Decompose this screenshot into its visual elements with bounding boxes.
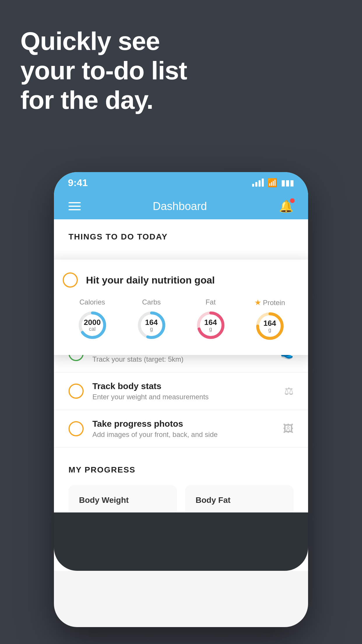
photos-subtitle: Add images of your front, back, and side	[92, 430, 274, 439]
body-stats-checkbox[interactable]	[68, 384, 84, 399]
protein-label: ★ Protein	[254, 298, 285, 307]
todo-item-photos[interactable]: Take progress photos Add images of your …	[54, 410, 308, 448]
body-stats-title: Track body stats	[92, 381, 275, 391]
wifi-icon: 📶	[267, 178, 277, 188]
notification-dot	[290, 198, 295, 203]
body-fat-title: Body Fat	[196, 496, 283, 505]
fat-donut: 164 g	[195, 309, 227, 341]
fat-label: Fat	[205, 298, 216, 306]
star-icon: ★	[254, 298, 261, 307]
status-icons: 📶 ▮▮▮	[252, 178, 294, 188]
nutrient-calories: Calories 2000 cal	[76, 298, 108, 341]
nutrition-row: Calories 2000 cal Carbs	[63, 298, 299, 342]
scale-icon: ⚖	[284, 385, 294, 397]
nutrition-card: Hit your daily nutrition goal Calories 2…	[54, 260, 308, 355]
things-today-header: THINGS TO DO TODAY	[54, 219, 308, 247]
signal-icon	[252, 178, 264, 187]
phone-mockup: 9:41 📶 ▮▮▮ Dashboard 🔔 THINGS TO DO TODA…	[54, 172, 308, 627]
photos-title: Take progress photos	[92, 419, 274, 429]
photos-text: Take progress photos Add images of your …	[92, 419, 274, 439]
nutrient-carbs: Carbs 164 g	[136, 298, 168, 341]
carbs-label: Carbs	[142, 298, 161, 306]
top-nav: Dashboard 🔔	[54, 193, 308, 219]
nav-title: Dashboard	[153, 200, 207, 213]
notification-bell-button[interactable]: 🔔	[279, 200, 294, 213]
body-stats-text: Track body stats Enter your weight and m…	[92, 381, 275, 401]
nutrient-protein: ★ Protein 164 g	[254, 298, 286, 342]
calories-label: Calories	[79, 298, 105, 306]
battery-icon: ▮▮▮	[281, 178, 294, 188]
calories-donut: 2000 cal	[76, 309, 108, 341]
photo-icon: 🖼	[283, 423, 294, 435]
nutrition-card-title: Hit your daily nutrition goal	[86, 274, 215, 286]
menu-button[interactable]	[68, 202, 81, 210]
status-time: 9:41	[68, 177, 88, 188]
progress-header: MY PROGRESS	[68, 465, 294, 475]
main-content: THINGS TO DO TODAY Hit your daily nutrit…	[54, 219, 308, 571]
status-bar: 9:41 📶 ▮▮▮	[54, 172, 308, 193]
todo-item-body-stats[interactable]: Track body stats Enter your weight and m…	[54, 372, 308, 410]
protein-donut: 164 g	[254, 310, 286, 342]
nutrient-fat: Fat 164 g	[195, 298, 227, 341]
carbs-donut: 164 g	[136, 309, 168, 341]
photos-checkbox[interactable]	[68, 421, 84, 436]
body-weight-title: Body Weight	[79, 496, 166, 505]
nutrition-checkbox[interactable]	[63, 272, 78, 288]
body-stats-subtitle: Enter your weight and measurements	[92, 393, 275, 401]
bottom-shape	[54, 512, 308, 571]
running-subtitle: Track your stats (target: 5km)	[92, 355, 272, 363]
headline: Quickly see your to-do list for the day.	[20, 26, 187, 115]
